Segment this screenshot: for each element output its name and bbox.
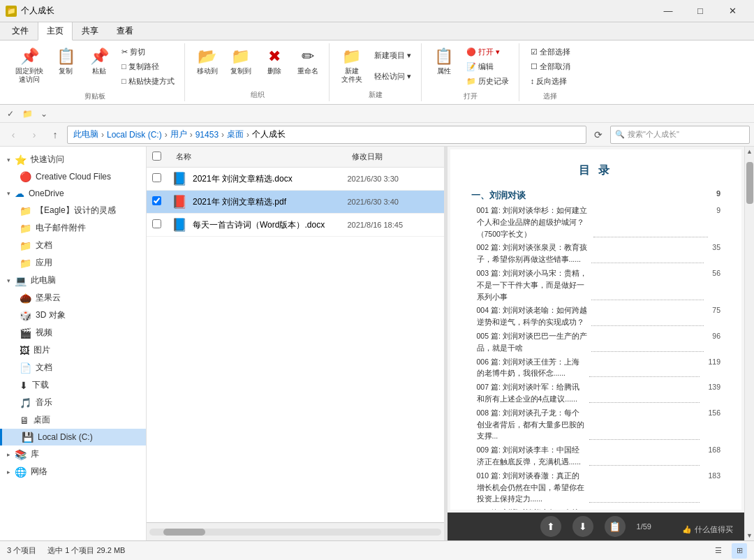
sidebar-item-downloads[interactable]: ⬇ 下载 [0,376,146,394]
copy-button[interactable]: 📋 复制 [50,45,81,78]
properties-button[interactable]: 📋 属性 [429,45,459,78]
table-row[interactable]: 📘 2021年 刘润文章精选.docx 2021/6/30 3:30 [147,168,444,191]
expand-icon: ▾ [7,156,10,163]
sidebar-item-docs[interactable]: 📁 文档 [0,237,146,254]
onedrive-icon: ☁ [15,188,24,199]
pictures-label: 图片 [34,344,50,356]
pin-quick-access-button[interactable]: 📌 固定到快速访问 [11,45,47,87]
crumb-desktop[interactable]: 桌面 [227,128,244,140]
quick-access-label: 快速访问 [31,154,64,165]
crumb-pc[interactable]: 此电脑 [73,128,98,140]
file-checkbox-3[interactable] [152,219,161,228]
file-date-1: 2021/6/30 3:30 [348,175,438,183]
page-view-button[interactable]: 📋 [605,516,626,537]
open-button[interactable]: 🔴 打开 ▾ [462,45,513,59]
sidebar-item-local-disk[interactable]: 💾 Local Disk (C:) [0,429,146,445]
preview-pane: 目 录 一、刘润对谈 9 001 篇: 刘润对谈华杉：如何建立个人和企业品牌的超… [448,147,745,540]
sidebar-item-desktop[interactable]: 🖥 桌面 [0,411,146,429]
forward-button[interactable]: › [25,126,43,144]
search-box[interactable]: 🔍 搜索"个人成长" [610,126,750,144]
move-to-button[interactable]: 📂 移动到 [192,45,223,78]
select-all-button[interactable]: ☑ 全部选择 [526,45,575,59]
horizontal-scrollbar[interactable] [147,522,444,540]
toc-item-9: 009 篇: 刘润对谈李丰：中国经济正在触底反弹，充满机遇...... 168 [471,444,721,468]
expand-icon: ▸ [7,469,10,476]
scroll-down-btn[interactable]: ▼ [745,531,755,540]
sidebar-item-quick-access[interactable]: ▾ ⭐ 快速访问 [0,151,146,168]
crumb-c[interactable]: Local Disk (C:) [107,130,162,140]
open-content: 📋 属性 🔴 打开 ▾ 📝 编辑 📁 历史记录 [429,45,513,89]
history-button[interactable]: 📁 历史记录 [462,74,513,89]
ribbon-tabs: 文件 主页 共享 查看 [0,22,754,40]
tiles-view-button[interactable]: ⊞ [732,543,747,559]
sidebar-item-email[interactable]: 📁 电子邮件附件 [0,219,146,237]
maximize-button[interactable]: □ [684,0,716,22]
easy-access-button[interactable]: 轻松访问 ▾ [370,69,415,84]
v-scroll-thumb[interactable] [746,162,753,204]
up-button[interactable]: ↑ [46,126,64,144]
sidebar-item-apps[interactable]: 📁 应用 [0,254,146,272]
col-header-date[interactable]: 修改日期 [348,149,438,164]
music-label: 音乐 [36,397,52,408]
sidebar-item-videos[interactable]: 🎬 视频 [0,324,146,341]
invert-select-button[interactable]: ↕ 反向选择 [526,74,575,89]
window-icon: 📁 [6,6,17,17]
sidebar-item-eagle[interactable]: 📁 【Eagle】设计的灵感 [0,202,146,219]
delete-icon: ✖ [268,47,281,66]
v-scroll-track[interactable] [745,156,755,531]
file-checkbox-1[interactable] [152,173,161,182]
tab-share[interactable]: 共享 [73,22,108,40]
tab-home[interactable]: 主页 [38,22,73,40]
address-box[interactable]: 此电脑 › Local Disk (C:) › 用户 › 91453 › 桌面 … [67,126,586,144]
tab-view[interactable]: 查看 [108,22,142,40]
toc-section-page-1: 9 [716,189,720,202]
sidebar-item-library[interactable]: ▸ 📚 库 [0,445,146,463]
quick-check-btn[interactable]: ✓ [3,106,18,121]
edit-button[interactable]: 📝 编辑 [462,59,513,74]
copy-path-button[interactable]: □ 复制路径 [117,59,179,74]
delete-button[interactable]: ✖ 删除 [259,45,290,78]
col-header-name[interactable]: 名称 [172,149,342,164]
table-row[interactable]: 📘 每天一首古诗词（Word版本）.docx 2021/8/16 18:45 [147,214,444,237]
sidebar-item-music[interactable]: 🎵 音乐 [0,394,146,411]
copy-to-button[interactable]: 📁 复制到 [226,45,256,78]
close-button[interactable]: ✕ [716,0,748,22]
sidebar-item-3d-objects[interactable]: 🎲 3D 对象 [0,307,146,324]
refresh-button[interactable]: ⟳ [589,126,607,144]
sidebar-item-pictures[interactable]: 🖼 图片 [0,341,146,359]
h-scroll-thumb[interactable] [163,529,205,536]
table-row[interactable]: 📕 2021年 刘润文章精选.pdf 2021/6/30 3:40 [147,191,444,214]
tab-file[interactable]: 文件 [3,22,38,40]
paste-button[interactable]: 📌 粘贴 [84,45,114,78]
sidebar-item-this-pc[interactable]: ▾ 💻 此电脑 [0,272,146,289]
back-button[interactable]: ‹ [4,126,22,144]
minimize-button[interactable]: — [652,0,684,22]
crumb-91453[interactable]: 91453 [195,130,219,140]
crumb-users[interactable]: 用户 [170,128,187,140]
file-checkbox-2[interactable] [152,196,161,205]
scroll-down-button[interactable]: ⬇ [572,516,593,537]
cut-button[interactable]: ✂ 剪切 [117,45,179,59]
h-scroll-track[interactable] [149,529,441,536]
sidebar-item-onedrive[interactable]: ▾ ☁ OneDrive [0,185,146,202]
new-item-button[interactable]: 新建项目 ▾ [370,48,415,63]
sidebar-item-jianguoyun[interactable]: 🌰 坚果云 [0,289,146,307]
details-view-button[interactable]: ☰ [711,543,726,559]
address-bar-container: ‹ › ↑ 此电脑 › Local Disk (C:) › 用户 › 91453… [0,123,754,147]
this-pc-label: 此电脑 [31,274,56,286]
rename-button[interactable]: ✏ 重命名 [293,45,323,78]
paste-shortcut-button[interactable]: □ 粘贴快捷方式 [117,74,179,89]
quick-arrow-btn[interactable]: ⌄ [36,106,52,121]
sidebar-item-documents[interactable]: 📄 文档 [0,359,146,376]
deselect-all-button[interactable]: ☐ 全部取消 [526,59,575,74]
window-title: 个人成长 [21,5,54,17]
paste-icon: 📌 [90,47,109,66]
select-all-checkbox[interactable] [152,152,161,161]
quick-folder-btn[interactable]: 📁 [20,106,35,121]
file-name-3: 每天一首古诗词（Word版本）.docx [193,219,342,231]
scroll-up-button[interactable]: ⬆ [540,516,561,537]
sidebar-item-network[interactable]: ▸ 🌐 网络 [0,463,146,480]
scroll-up-btn[interactable]: ▲ [745,147,755,156]
new-folder-button[interactable]: 📁 新建文件夹 [337,45,367,87]
sidebar-item-creative-cloud[interactable]: 🔴 Creative Cloud Files [0,168,146,185]
